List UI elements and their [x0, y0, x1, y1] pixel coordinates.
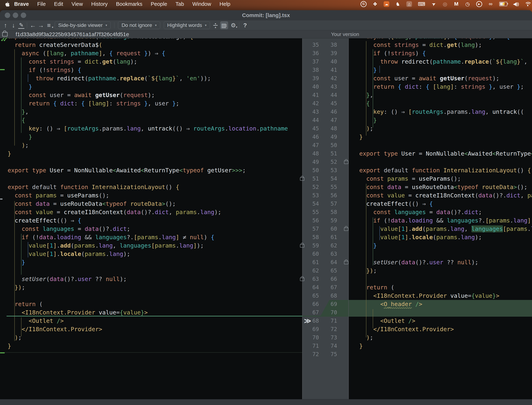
code-line-left[interactable]: );: [8, 333, 22, 342]
code-line-left[interactable]: <I18nContext.Provider value={value}>: [8, 308, 148, 317]
code-line-right[interactable]: }: [359, 241, 377, 250]
viewer-mode-dropdown[interactable]: Side-by-side viewer ▾: [55, 21, 110, 29]
code-line-left[interactable]: key: () ⇒ [routeArgs.params.lang, untrac…: [8, 124, 288, 133]
menu-item-history[interactable]: History: [91, 1, 108, 7]
code-line-right[interactable]: <O_header />: [359, 300, 422, 308]
code-line-right[interactable]: },: [359, 91, 373, 99]
collapse-unchanged-button[interactable]: ▾▴: [212, 21, 219, 29]
volume-icon[interactable]: ◀))): [513, 0, 518, 8]
lock-marker-icon[interactable]: [300, 244, 304, 248]
gmail-icon[interactable]: M: [454, 0, 459, 8]
left-pane[interactable]: export function routeData(routeArgs: Rou…: [0, 38, 302, 399]
wifi-icon[interactable]: [524, 0, 531, 8]
edit-button[interactable]: ✎: [18, 22, 24, 29]
menu-item-bookmarks[interactable]: Bookmarks: [116, 1, 142, 7]
code-line-right[interactable]: setUser(data()?.user ?? null);: [359, 258, 478, 266]
code-line-left[interactable]: }: [8, 133, 32, 141]
code-line-right[interactable]: async ([lang, pathname], { request }) ⇒ …: [359, 38, 510, 41]
spiral-icon[interactable]: ◎: [442, 0, 448, 8]
code-line-right[interactable]: );: [359, 333, 373, 342]
goto-change-icon[interactable]: ≫: [304, 317, 311, 325]
code-line-left[interactable]: }: [8, 342, 11, 350]
code-line-left[interactable]: const params = useParams();: [8, 191, 109, 200]
code-line-left[interactable]: if (!strings) {: [8, 66, 81, 74]
code-line-right[interactable]: );: [359, 124, 373, 133]
code-line-right[interactable]: </I18nContext.Provider>: [359, 325, 454, 333]
code-line-right[interactable]: <I18nContext.Provider value={value}>: [359, 291, 499, 300]
code-line-left[interactable]: },: [8, 108, 29, 116]
highlight-mode-dropdown[interactable]: Highlight words ▾: [164, 21, 210, 29]
ignore-mode-dropdown[interactable]: Do not ignore ▾: [118, 21, 160, 29]
code-line-left[interactable]: return (: [8, 300, 43, 308]
cloud-lock-icon[interactable]: ☁: [384, 0, 389, 8]
lock-marker-icon[interactable]: [344, 161, 348, 164]
keyboard-icon[interactable]: ⌨: [418, 0, 425, 8]
code-line-left[interactable]: export function routeData(routeArgs: Rou…: [8, 38, 193, 41]
right-pane[interactable]: async ([lang, pathname], { request }) ⇒ …: [349, 38, 532, 399]
list-menu-button[interactable]: ≡▾: [45, 21, 53, 29]
code-line-right[interactable]: export type User = NonNullable<Awaited<R…: [359, 149, 532, 158]
code-line-right[interactable]: }: [359, 66, 377, 74]
lock-marker-icon[interactable]: [344, 261, 348, 264]
code-line-right[interactable]: value[1].locale(params.lang);: [359, 233, 482, 241]
code-line-left[interactable]: if (!data.loading && languages?.[params.…: [8, 233, 214, 241]
code-line-left[interactable]: const data = useRouteData<typeof routeDa…: [8, 200, 176, 208]
code-line-right[interactable]: <Outlet />: [359, 317, 415, 325]
code-line-left[interactable]: const value = createI18nContext(data()?.…: [8, 208, 221, 216]
code-line-left[interactable]: value[1].add(params.lang, languages[para…: [8, 241, 204, 250]
code-line-left[interactable]: });: [8, 283, 25, 291]
code-line-left[interactable]: value[1].locale(params.lang);: [8, 250, 130, 258]
lock-marker-icon[interactable]: [344, 227, 348, 231]
lock-marker-icon[interactable]: [300, 277, 304, 281]
previous-change-button[interactable]: ↑: [1, 21, 9, 29]
menu-item-view[interactable]: View: [71, 1, 83, 7]
dropbox-icon[interactable]: ❖: [372, 0, 378, 8]
code-line-left[interactable]: async ([lang, pathname], { request }) ⇒ …: [8, 49, 165, 57]
code-line-left[interactable]: return createServerData$(: [8, 41, 102, 49]
code-line-left[interactable]: {: [8, 116, 25, 124]
sync-g-icon[interactable]: G: [361, 0, 367, 8]
code-line-right[interactable]: return { dict: { [lang]: strings }, user…: [359, 82, 524, 91]
telegram-icon[interactable]: ➤: [431, 0, 437, 8]
code-line-right[interactable]: const value = createI18nContext(data()?.…: [359, 191, 532, 200]
code-line-right[interactable]: const params = useParams();: [359, 175, 461, 183]
code-line-left[interactable]: setUser(data()?.user ?? null);: [8, 275, 127, 283]
code-line-left[interactable]: );: [8, 141, 29, 149]
code-line-left[interactable]: export type User = NonNullable<Awaited<R…: [8, 166, 246, 175]
code-line-right[interactable]: const languages = data()?.dict;: [359, 208, 482, 216]
lock-marker-icon[interactable]: [300, 177, 304, 181]
code-line-left[interactable]: const user = await getUser(request);: [8, 91, 155, 99]
menu-item-brave[interactable]: Brave: [14, 1, 29, 7]
next-change-button[interactable]: ↓: [9, 21, 17, 29]
play-icon[interactable]: ▶: [476, 0, 482, 8]
code-line-left[interactable]: createEffect(() ⇒ {: [8, 216, 81, 225]
code-line-right[interactable]: createEffect(() ⇒ {: [359, 200, 433, 208]
glasses-icon[interactable]: ∞: [488, 0, 493, 8]
help-button[interactable]: ?: [241, 21, 249, 29]
code-line-left[interactable]: return { dict: { [lang]: strings }, user…: [8, 99, 179, 108]
code-line-right[interactable]: if (!strings) {: [359, 49, 426, 57]
menu-item-edit[interactable]: Edit: [54, 1, 63, 7]
code-line-right[interactable]: key: () ⇒ [routeArgs.params.lang, untrac…: [359, 108, 524, 116]
code-line-right[interactable]: if (!data.loading && languages?.[params.…: [359, 216, 531, 225]
code-line-right[interactable]: }: [359, 342, 363, 350]
menu-item-people[interactable]: People: [151, 1, 167, 7]
code-line-right[interactable]: {: [359, 99, 370, 108]
close-button[interactable]: [5, 13, 10, 18]
code-line-left[interactable]: export default function InternalizationL…: [8, 183, 179, 191]
code-line-left[interactable]: throw redirect(pathname.replace(`${lang}…: [8, 74, 211, 82]
deliveries-icon[interactable]: △: [406, 0, 412, 8]
forward-button[interactable]: →: [37, 21, 45, 29]
code-line-right[interactable]: value[1].add(params.lang, languages[para…: [359, 225, 532, 233]
code-line-right[interactable]: return (: [359, 283, 394, 291]
clock-icon[interactable]: ◷: [465, 0, 470, 8]
battery-icon[interactable]: ⚡: [499, 0, 507, 8]
code-line-left[interactable]: <Outlet />: [8, 317, 64, 325]
minimize-button[interactable]: [13, 13, 18, 18]
code-line-left[interactable]: </I18nContext.Provider>: [8, 325, 102, 333]
code-line-right[interactable]: throw redirect(pathname.replace(`${lang}…: [359, 57, 531, 66]
code-line-right[interactable]: const strings = dict.get(lang);: [359, 41, 482, 49]
code-line-left[interactable]: const languages = data()?.dict;: [8, 225, 130, 233]
code-line-right[interactable]: const data = useRouteData<typeof routeDa…: [359, 183, 527, 191]
sync-scroll-button[interactable]: ▥↕: [220, 21, 228, 29]
